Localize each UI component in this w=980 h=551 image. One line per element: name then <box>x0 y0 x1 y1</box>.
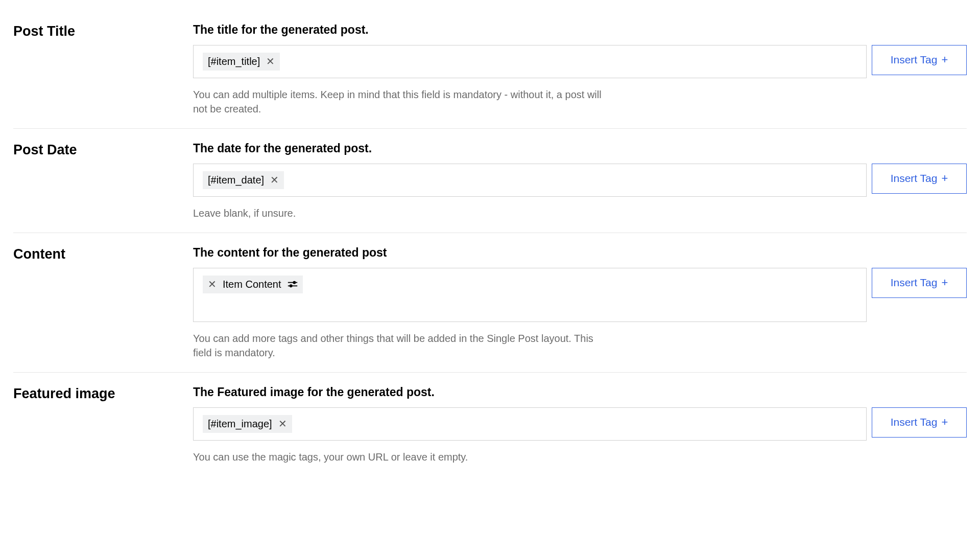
featured-image-help: You can use the magic tags, your own URL… <box>193 450 612 464</box>
tag-chip-text: Item Content <box>223 279 281 290</box>
field-content-col: The date for the generated post. [#item_… <box>193 141 967 220</box>
featured-image-input[interactable]: [#item_image] ✕ <box>193 407 867 441</box>
tag-chip-text: [#item_image] <box>208 418 272 430</box>
post-date-input[interactable]: [#item_date] ✕ <box>193 164 867 197</box>
close-icon[interactable]: ✕ <box>278 419 287 429</box>
sliders-icon[interactable] <box>288 280 298 288</box>
tag-chip-text: [#item_title] <box>208 56 260 67</box>
post-date-help: Leave blank, if unsure. <box>193 206 612 220</box>
field-label-col: Content <box>13 245 193 360</box>
insert-tag-label: Insert Tag <box>891 416 938 428</box>
post-date-label: Post Date <box>13 141 193 159</box>
close-icon[interactable]: ✕ <box>208 279 217 289</box>
svg-point-1 <box>293 282 295 284</box>
input-row: [#item_image] ✕ Insert Tag + <box>193 407 967 441</box>
featured-image-label: Featured image <box>13 385 193 403</box>
field-label-col: Post Title <box>13 22 193 116</box>
field-row-featured-image: Featured image The Featured image for th… <box>13 373 967 476</box>
content-label: Content <box>13 245 193 263</box>
post-title-help: You can add multiple items. Keep in mind… <box>193 87 612 116</box>
input-row: [#item_title] ✕ Insert Tag + <box>193 45 967 78</box>
insert-tag-label: Insert Tag <box>891 54 938 66</box>
insert-tag-button[interactable]: Insert Tag + <box>872 45 967 75</box>
tag-chip-item-title[interactable]: [#item_title] ✕ <box>203 53 280 71</box>
content-help: You can add more tags and other things t… <box>193 331 612 360</box>
svg-point-3 <box>290 285 292 287</box>
plus-icon: + <box>941 173 948 184</box>
plus-icon: + <box>941 54 948 65</box>
insert-tag-button[interactable]: Insert Tag + <box>872 268 967 298</box>
featured-image-description: The Featured image for the generated pos… <box>193 385 967 400</box>
field-label-col: Post Date <box>13 141 193 220</box>
input-row: [#item_date] ✕ Insert Tag + <box>193 164 967 197</box>
close-icon[interactable]: ✕ <box>270 175 279 185</box>
field-row-content: Content The content for the generated po… <box>13 233 967 373</box>
tag-chip-item-image[interactable]: [#item_image] ✕ <box>203 415 292 433</box>
post-title-description: The title for the generated post. <box>193 22 967 38</box>
content-description: The content for the generated post <box>193 245 967 261</box>
post-date-description: The date for the generated post. <box>193 141 967 156</box>
field-content-col: The title for the generated post. [#item… <box>193 22 967 116</box>
insert-tag-label: Insert Tag <box>891 172 938 185</box>
insert-tag-button[interactable]: Insert Tag + <box>872 407 967 438</box>
input-row: ✕ Item Content Insert Tag + <box>193 268 967 322</box>
field-content-col: The content for the generated post ✕ Ite… <box>193 245 967 360</box>
insert-tag-button[interactable]: Insert Tag + <box>872 164 967 194</box>
tag-chip-item-content[interactable]: ✕ Item Content <box>203 276 303 293</box>
tag-chip-item-date[interactable]: [#item_date] ✕ <box>203 171 284 189</box>
field-row-post-title: Post Title The title for the generated p… <box>13 10 967 129</box>
tag-chip-text: [#item_date] <box>208 174 264 186</box>
plus-icon: + <box>941 277 948 288</box>
field-row-post-date: Post Date The date for the generated pos… <box>13 129 967 233</box>
field-label-col: Featured image <box>13 385 193 464</box>
close-icon[interactable]: ✕ <box>266 56 275 66</box>
content-input[interactable]: ✕ Item Content <box>193 268 867 322</box>
post-title-label: Post Title <box>13 22 193 40</box>
field-content-col: The Featured image for the generated pos… <box>193 385 967 464</box>
plus-icon: + <box>941 417 948 428</box>
insert-tag-label: Insert Tag <box>891 277 938 289</box>
post-title-input[interactable]: [#item_title] ✕ <box>193 45 867 78</box>
